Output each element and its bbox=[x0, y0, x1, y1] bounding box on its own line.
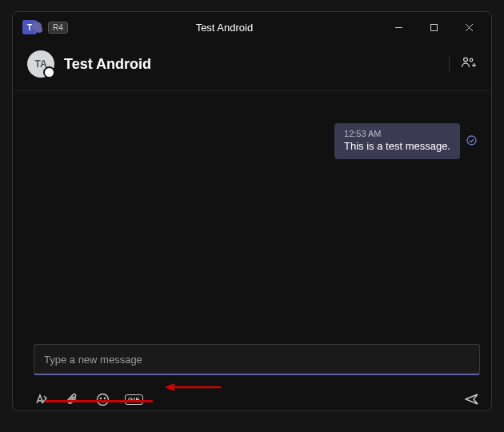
svg-point-10 bbox=[100, 398, 101, 398]
read-receipt-icon bbox=[466, 134, 477, 149]
send-button[interactable] bbox=[464, 391, 480, 407]
svg-point-5 bbox=[470, 58, 473, 62]
emoji-button[interactable] bbox=[94, 391, 110, 407]
messages-area: 12:53 AM This is a test message. bbox=[13, 91, 491, 344]
message-bubble[interactable]: 12:53 AM This is a test message. bbox=[334, 123, 460, 159]
svg-point-8 bbox=[467, 136, 476, 145]
composer-toolbar: GIF bbox=[13, 385, 491, 410]
svg-point-4 bbox=[464, 58, 468, 62]
chat-window: T R4 Test Android TA Test Android bbox=[12, 11, 492, 411]
svg-marker-13 bbox=[165, 383, 174, 391]
composer-area bbox=[13, 344, 491, 385]
svg-point-9 bbox=[97, 394, 108, 405]
avatar[interactable]: TA bbox=[27, 50, 54, 78]
titlebar: T R4 Test Android bbox=[13, 12, 491, 42]
maximize-button[interactable] bbox=[416, 15, 451, 39]
window-controls bbox=[381, 15, 486, 39]
svg-point-11 bbox=[104, 398, 105, 398]
attach-button[interactable] bbox=[64, 391, 80, 407]
window-title: Test Android bbox=[68, 22, 381, 34]
message-text: This is a test message. bbox=[344, 140, 450, 152]
chat-header-actions bbox=[449, 55, 477, 73]
teams-icon: T bbox=[22, 20, 37, 34]
chat-header: TA Test Android bbox=[13, 42, 491, 91]
separator bbox=[449, 55, 450, 73]
minimize-button[interactable] bbox=[381, 15, 416, 39]
message-input[interactable] bbox=[44, 354, 470, 366]
message-row: 12:53 AM This is a test message. bbox=[27, 123, 477, 159]
gif-button[interactable]: GIF bbox=[125, 394, 143, 405]
add-people-button[interactable] bbox=[461, 56, 477, 72]
close-button[interactable] bbox=[451, 15, 486, 39]
annotation-underline bbox=[45, 400, 153, 402]
message-time: 12:53 AM bbox=[344, 129, 450, 138]
message-composer[interactable] bbox=[34, 344, 480, 375]
version-badge: R4 bbox=[48, 22, 68, 34]
format-button[interactable] bbox=[34, 391, 50, 407]
chat-title: Test Android bbox=[64, 56, 151, 73]
svg-rect-1 bbox=[430, 24, 437, 30]
annotation-arrow-icon bbox=[165, 382, 221, 393]
